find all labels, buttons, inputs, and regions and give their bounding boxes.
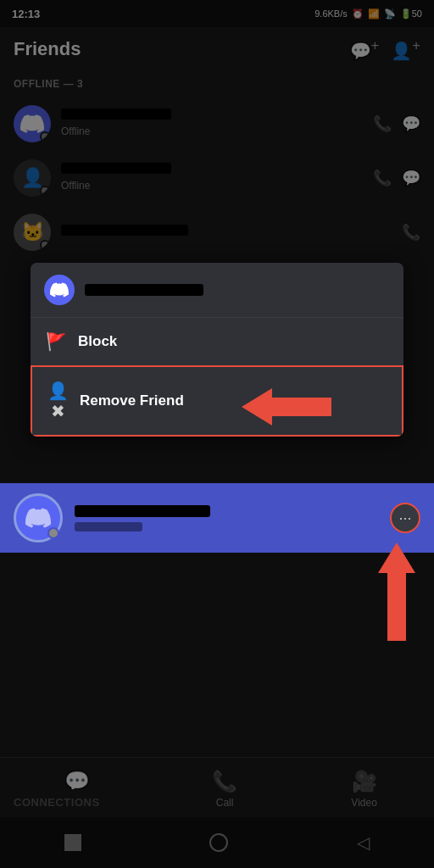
highlighted-friend-info (75, 505, 390, 531)
block-label: Block (78, 333, 117, 350)
arrow-up-indicator (378, 542, 415, 641)
context-menu-header (31, 263, 403, 318)
remove-friend-menu-item[interactable]: 👤✖ Remove Friend (31, 365, 403, 437)
highlighted-avatar (14, 493, 63, 542)
offline-dot-highlighted (47, 527, 59, 539)
highlighted-name-redacted (75, 505, 210, 517)
block-menu-item[interactable]: 🚩 Block (31, 318, 403, 365)
arrow-body (272, 398, 331, 416)
highlighted-status-redacted (75, 522, 142, 531)
context-menu: 🚩 Block 👤✖ Remove Friend (31, 263, 403, 437)
remove-friend-icon: 👤✖ (47, 381, 68, 421)
arrow-left-indicator (242, 388, 331, 426)
three-dots-button[interactable]: ··· (390, 503, 420, 533)
context-avatar (44, 275, 75, 305)
arrow-head-left (242, 388, 272, 426)
highlighted-friend-row: ··· (0, 483, 434, 553)
remove-friend-label: Remove Friend (80, 392, 184, 409)
arrow-head-up (378, 542, 415, 573)
context-username-redacted (85, 284, 203, 296)
three-dots-icon: ··· (398, 509, 411, 527)
arrow-body-up (387, 573, 406, 641)
block-icon: 🚩 (46, 331, 66, 352)
